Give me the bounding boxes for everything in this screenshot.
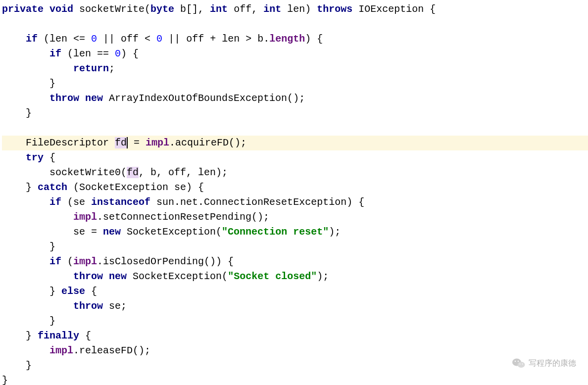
code-line: } xyxy=(2,375,8,385)
code-line: } catch (SocketException se) { xyxy=(2,182,204,193)
code-line: } xyxy=(2,241,55,252)
code-line: } xyxy=(2,315,55,327)
code-line: socketWrite0(fd, b, off, len); xyxy=(2,167,228,178)
code-line: if (len == 0) { xyxy=(2,48,139,59)
code-line: private void socketWrite(byte b[], int o… xyxy=(2,3,436,15)
code-block: private void socketWrite(byte b[], int o… xyxy=(0,0,588,385)
code-line xyxy=(2,122,8,134)
code-line: } xyxy=(2,78,55,89)
code-line: impl.setConnectionResetPending(); xyxy=(2,211,269,223)
code-line: throw se; xyxy=(2,300,127,312)
code-line: } xyxy=(2,107,32,119)
code-line: impl.releaseFD(); xyxy=(2,345,150,356)
code-line: } xyxy=(2,360,32,371)
code-line: } finally { xyxy=(2,330,91,341)
code-line xyxy=(2,18,8,30)
code-line: } else { xyxy=(2,286,97,297)
code-line: if (len <= 0 || off < 0 || off + len > b… xyxy=(2,33,323,45)
code-line: if (se instanceof sun.net.ConnectionRese… xyxy=(2,196,364,208)
code-line: FileDescriptor fd = impl.acquireFD(); xyxy=(2,136,588,150)
code-line: try { xyxy=(2,152,55,163)
code-line: return; xyxy=(2,63,115,74)
code-line: se = new SocketException("Connection res… xyxy=(2,226,341,238)
code-line: throw new SocketException("Socket closed… xyxy=(2,271,329,282)
code-line: if (impl.isClosedOrPending()) { xyxy=(2,256,234,267)
code-line: throw new ArrayIndexOutOfBoundsException… xyxy=(2,93,305,104)
